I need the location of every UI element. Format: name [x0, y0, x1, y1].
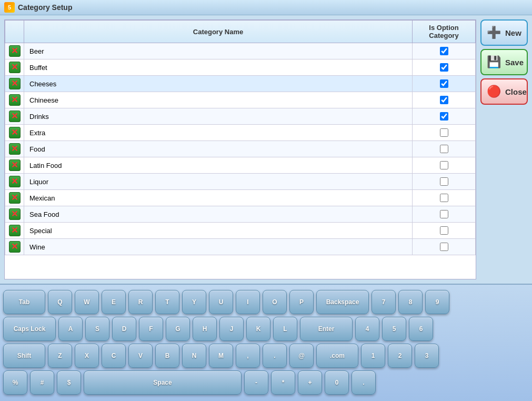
delete-cell: ✕ — [5, 92, 24, 108]
keyboard-key--[interactable]: - — [244, 370, 268, 395]
delete-cell: ✕ — [5, 43, 24, 59]
keyboard-key-x[interactable]: X — [75, 344, 99, 368]
keyboard-key-g[interactable]: G — [166, 317, 190, 341]
keyboard-key-u[interactable]: U — [209, 290, 233, 314]
keyboard-key-c[interactable]: C — [102, 344, 126, 368]
keyboard-key-p[interactable]: P — [289, 290, 314, 314]
option-checkbox[interactable] — [440, 226, 448, 235]
option-checkbox[interactable] — [440, 96, 448, 104]
keyboard-key-d[interactable]: D — [112, 317, 136, 341]
keyboard-key-b[interactable]: B — [155, 344, 179, 368]
is-option-cell — [413, 43, 476, 59]
delete-button[interactable]: ✕ — [9, 225, 21, 236]
title-bar: 5 Category Setup — [0, 0, 532, 15]
option-checkbox[interactable] — [440, 177, 448, 186]
keyboard-key-@[interactable]: @ — [289, 344, 314, 368]
is-option-header: Is Option Category — [413, 21, 476, 43]
delete-button[interactable]: ✕ — [9, 143, 21, 155]
option-checkbox[interactable] — [440, 47, 448, 55]
keyboard-key-k[interactable]: K — [246, 317, 270, 341]
new-button[interactable]: ➕ New — [480, 19, 528, 46]
keyboard-key-e[interactable]: E — [102, 290, 126, 314]
delete-button[interactable]: ✕ — [9, 176, 21, 187]
keyboard-key-j[interactable]: J — [219, 317, 244, 341]
category-name-cell: Food — [24, 141, 413, 157]
keyboard-key-tab[interactable]: Tab — [3, 290, 45, 314]
keyboard-key-caps-lock[interactable]: Caps Lock — [3, 317, 56, 341]
option-checkbox[interactable] — [440, 128, 448, 137]
category-name-cell: Liquor — [24, 174, 413, 190]
keyboard-key-3[interactable]: 3 — [415, 344, 439, 368]
delete-cell: ✕ — [5, 206, 24, 223]
keyboard-row-2: Caps LockASDFGHJKLEnter456 — [3, 317, 529, 341]
keyboard-key-w[interactable]: W — [75, 290, 99, 314]
keyboard-key-o[interactable]: O — [263, 290, 287, 314]
keyboard-key-5[interactable]: 5 — [382, 317, 406, 341]
keyboard-key-r[interactable]: R — [128, 290, 153, 314]
keyboard-key-a[interactable]: A — [58, 317, 83, 341]
keyboard-key-i[interactable]: I — [236, 290, 260, 314]
option-checkbox[interactable] — [440, 145, 448, 153]
delete-button[interactable]: ✕ — [9, 241, 21, 253]
option-checkbox[interactable] — [440, 161, 448, 169]
delete-button[interactable]: ✕ — [9, 94, 21, 106]
keyboard-key-h[interactable]: H — [193, 317, 217, 341]
keyboard-key-y[interactable]: Y — [182, 290, 206, 314]
delete-button[interactable]: ✕ — [9, 192, 21, 204]
delete-button[interactable]: ✕ — [9, 78, 21, 89]
keyboard-key-$[interactable]: $ — [57, 370, 81, 395]
keyboard-key-v[interactable]: V — [128, 344, 153, 368]
keyboard-key-7[interactable]: 7 — [372, 290, 396, 314]
keyboard-key-%[interactable]: % — [3, 370, 27, 395]
keyboard-key-.com[interactable]: .com — [316, 344, 358, 368]
close-button[interactable]: 🔴 Close — [480, 78, 528, 105]
keyboard-key-2[interactable]: 2 — [388, 344, 412, 368]
keyboard-key-m[interactable]: M — [209, 344, 233, 368]
keyboard-key-#[interactable]: # — [30, 370, 54, 395]
table-row: ✕Chineese — [5, 92, 476, 108]
keyboard-key-q[interactable]: Q — [48, 290, 72, 314]
keyboard-key-1[interactable]: 1 — [361, 344, 385, 368]
delete-button[interactable]: ✕ — [9, 111, 21, 122]
keyboard-key-s[interactable]: S — [85, 317, 109, 341]
keyboard-key-9[interactable]: 9 — [425, 290, 449, 314]
option-checkbox[interactable] — [440, 112, 448, 121]
delete-icon: ✕ — [11, 161, 18, 169]
keyboard-key-f[interactable]: F — [139, 317, 163, 341]
delete-button[interactable]: ✕ — [9, 208, 21, 220]
option-checkbox[interactable] — [440, 63, 448, 72]
delete-icon: ✕ — [11, 79, 18, 88]
keyboard-key-l[interactable]: L — [273, 317, 297, 341]
option-checkbox[interactable] — [440, 243, 448, 251]
keyboard-key-4[interactable]: 4 — [355, 317, 379, 341]
keyboard-key-*[interactable]: * — [271, 370, 295, 395]
delete-button[interactable]: ✕ — [9, 62, 21, 73]
delete-cell: ✕ — [5, 108, 24, 125]
keyboard-key-enter[interactable]: Enter — [300, 317, 353, 341]
option-checkbox[interactable] — [440, 194, 448, 202]
keyboard-key-z[interactable]: Z — [48, 344, 72, 368]
close-label: Close — [505, 87, 527, 96]
keyboard-key-space[interactable]: Space — [84, 370, 242, 395]
keyboard-key-.[interactable]: . — [263, 344, 287, 368]
keyboard-key-t[interactable]: T — [155, 290, 179, 314]
keyboard-key-,[interactable]: , — [236, 344, 260, 368]
keyboard-key-.[interactable]: . — [352, 370, 376, 395]
is-option-cell — [413, 92, 476, 108]
keyboard-key-6[interactable]: 6 — [409, 317, 433, 341]
is-option-cell — [413, 59, 476, 76]
delete-button[interactable]: ✕ — [9, 127, 21, 138]
delete-cell: ✕ — [5, 125, 24, 141]
keyboard-key-8[interactable]: 8 — [398, 290, 423, 314]
save-button[interactable]: 💾 Save — [480, 49, 528, 75]
keyboard-key-backspace[interactable]: Backspace — [316, 290, 369, 314]
option-checkbox[interactable] — [440, 210, 448, 218]
option-checkbox[interactable] — [440, 79, 448, 88]
keyboard-key-0[interactable]: 0 — [325, 370, 349, 395]
delete-button[interactable]: ✕ — [9, 45, 21, 57]
delete-button[interactable]: ✕ — [9, 159, 21, 171]
keyboard-key-+[interactable]: + — [298, 370, 322, 395]
keyboard-key-n[interactable]: N — [182, 344, 206, 368]
keyboard-key-shift[interactable]: Shift — [3, 344, 45, 368]
is-option-cell — [413, 206, 476, 223]
